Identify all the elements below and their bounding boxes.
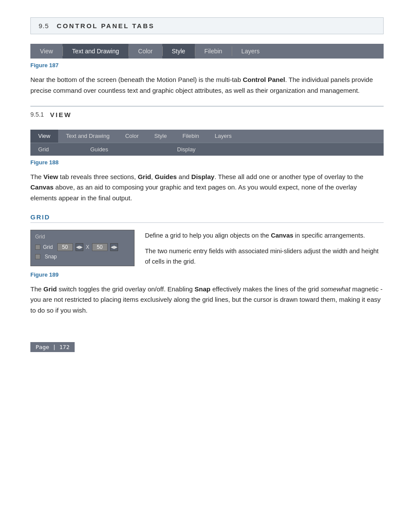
- section-number: 9.5: [39, 22, 49, 29]
- figure-187-label: Figure 187: [30, 62, 384, 69]
- grid-x-label: X: [86, 244, 89, 250]
- section-title: CONTROL PANEL TABS: [57, 22, 154, 29]
- tab-layers[interactable]: Layers: [232, 44, 269, 59]
- grid-checkbox[interactable]: [35, 245, 40, 250]
- grid-checkbox-label: Grid: [43, 244, 53, 250]
- grid-description: Define a grid to help you align objects …: [145, 230, 384, 267]
- tp-tab-style[interactable]: Style: [146, 130, 174, 143]
- subsection-title: VIEW: [50, 111, 72, 118]
- page-number: Page | 172: [30, 342, 75, 352]
- page-content: 9.5 CONTROL PANEL TABS View Text and Dra…: [0, 0, 414, 378]
- figure-188-tabrow: View Text and Drawing Color Style Filebi…: [30, 130, 384, 143]
- intro-paragraph: Near the bottom of the screen (beneath t…: [30, 75, 384, 96]
- grid-two-col: Grid Grid 50 ◀▶ X 50 ◀▶ Snap Define a gr: [30, 230, 384, 267]
- grid-section-heading: GRID: [30, 213, 384, 223]
- grid-input2[interactable]: 50: [92, 243, 108, 251]
- grid-panel-row1: Grid 50 ◀▶ X 50 ◀▶: [35, 243, 130, 251]
- grid-panel-container: Grid Grid 50 ◀▶ X 50 ◀▶ Snap: [30, 230, 135, 266]
- grid-desc2: The two numeric entry fields with associ…: [145, 246, 384, 267]
- tp-tab-layers[interactable]: Layers: [207, 130, 240, 143]
- section-heading: 9.5 CONTROL PANEL TABS: [30, 17, 384, 34]
- grid-panel-title: Grid: [35, 234, 130, 240]
- grid-desc1: Define a grid to help you align objects …: [145, 231, 384, 241]
- grid-paragraph: The Grid switch toggles the grid overlay…: [30, 284, 384, 316]
- tp-tab-view[interactable]: View: [30, 130, 58, 143]
- tp-sub-display[interactable]: Display: [169, 143, 384, 156]
- tp-tab-color[interactable]: Color: [117, 130, 146, 143]
- snap-checkbox[interactable]: [35, 254, 40, 259]
- grid-slider-left1[interactable]: ◀▶: [76, 243, 83, 251]
- subsection-heading: 9.5.1 VIEW: [30, 106, 384, 123]
- tp-tab-filebin[interactable]: Filebin: [174, 130, 207, 143]
- tab-text-drawing[interactable]: Text and Drawing: [62, 44, 128, 59]
- tab-view[interactable]: View: [30, 44, 62, 59]
- tp-tab-text-drawing[interactable]: Text and Drawing: [58, 130, 117, 143]
- grid-input1[interactable]: 50: [57, 243, 73, 251]
- grid-panel: Grid Grid 50 ◀▶ X 50 ◀▶ Snap: [30, 230, 135, 266]
- figure-187-tabbar: View Text and Drawing Color Style Filebi…: [30, 44, 384, 59]
- figure-189-label: Figure 189: [30, 271, 384, 278]
- figure-188-subrow: Grid Guides Display: [30, 143, 384, 156]
- subsection-number: 9.5.1: [30, 111, 44, 118]
- page-footer: Page | 172: [30, 342, 384, 352]
- figure-188-label: Figure 188: [30, 159, 384, 166]
- figure-188-panel: View Text and Drawing Color Style Filebi…: [30, 130, 384, 156]
- tp-sub-guides[interactable]: Guides: [82, 143, 169, 156]
- grid-panel-row2: Snap: [35, 254, 130, 260]
- grid-slider-left2[interactable]: ◀▶: [110, 243, 118, 251]
- snap-checkbox-label: Snap: [45, 254, 57, 260]
- tab-filebin[interactable]: Filebin: [195, 44, 232, 59]
- tp-sub-grid[interactable]: Grid: [30, 143, 82, 156]
- view-paragraph: The View tab reveals three sections, Gri…: [30, 172, 384, 204]
- tab-style[interactable]: Style: [162, 44, 195, 59]
- tab-color[interactable]: Color: [128, 44, 162, 59]
